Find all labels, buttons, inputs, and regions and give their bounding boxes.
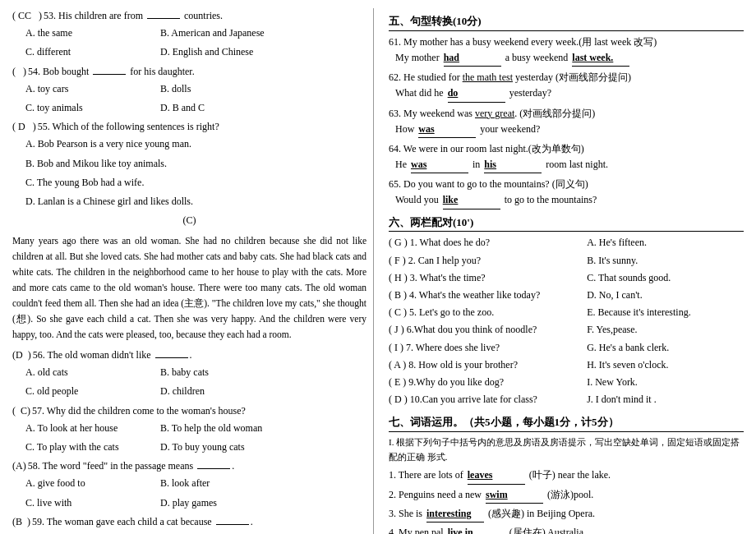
fill-section: 1. There are lots of leaves (叶子) near th… [389, 467, 744, 534]
match-item-1: ( G ) 1. What does he do? [389, 235, 580, 251]
question-57: ( C) 57. Why did the children come to th… [12, 403, 366, 456]
fill-2: 2. Penguins need a new swim (游泳)pool. [389, 487, 744, 504]
q55-options: A. Bob Pearson is a very nice young man.… [25, 136, 366, 209]
q53-optB: B. American and Japanese [160, 25, 292, 41]
q56-bracket: (D ) [12, 348, 31, 363]
q63-blank1: was [418, 122, 476, 138]
question-59: (B ) 59. The woman gave each child a cat… [12, 514, 366, 534]
q62-prompt: 62. He studied for the math test yesterd… [389, 70, 744, 85]
q55-optA: A. Bob Pearson is a very nice young man. [25, 136, 366, 152]
match-right-B: B. It's sunny. [587, 253, 744, 269]
match-right-J: J. I don't mind it . [587, 392, 744, 407]
q57-optA: A. To look at her house [25, 421, 157, 436]
q64-prompt: 64. We were in our room last night.(改为单数… [389, 141, 744, 157]
q56-optC: C. old people [25, 384, 157, 399]
q53-bracket: ( CC ) [12, 8, 42, 24]
q53-text: 53. His children are from countries. [44, 8, 223, 24]
q53-optC: C. different [25, 44, 157, 60]
q57-optC: C. To play with the cats [25, 440, 157, 455]
q56-options: A. old cats B. baby cats C. old people D… [25, 365, 366, 399]
q65-prompt: 65. Do you want to go to the mountains? … [389, 177, 744, 192]
section7-title: 七、词语运用。（共5小题，每小题1分，计5分） [389, 414, 744, 432]
fill-blank-4: live in [448, 525, 505, 534]
q58-bracket: (A) [12, 458, 26, 474]
q54-text: 54. Bob bought for his daughter. [28, 64, 195, 80]
q61-prompt: 61. My mother has a busy weekend every w… [389, 35, 744, 50]
q56-optD: D. children [160, 384, 292, 399]
q63-answer: How was your weekend? [395, 122, 744, 138]
q55-text: 55. Which of the following sentences is … [38, 119, 219, 135]
reading-passage: Many years ago there was an old woman. S… [12, 233, 366, 343]
match-item-2: ( F ) 2. Can I help you? [389, 253, 580, 269]
q56-optB: B. baby cats [160, 365, 292, 380]
q58-optB: B. look after [160, 476, 292, 491]
q65-answer: Would you like to go to the mountains? [395, 192, 744, 209]
q58-options: A. give food to B. look after C. live wi… [25, 476, 366, 510]
q61-answer: My mother had a busy weekend last week. [395, 50, 744, 67]
question-56: (D ) 56. The old woman didn't like . A. … [12, 348, 366, 400]
q57-bracket: ( C) [12, 403, 30, 419]
match-item-4: ( B ) 4. What's the weather like today? [389, 288, 580, 303]
match-item-9: ( E ) 9.Why do you like dog? [389, 375, 580, 390]
q61-blank2: last week. [572, 50, 629, 67]
fill-4: 4. My pen pal live in (居住在) Australia. [389, 525, 744, 534]
q58-text: 58. The word "feed" in the passage means… [28, 458, 235, 474]
question-58: (A) 58. The word "feed" in the passage m… [12, 458, 366, 511]
q54-options: A. toy cars B. dolls C. toy animals D. B… [25, 81, 366, 116]
q54-optA: A. toy cars [25, 81, 157, 97]
q57-optD: D. To buy young cats [160, 440, 292, 455]
question-63: 63. My weekend was very great. (对画线部分提问)… [389, 106, 744, 138]
section-c-label: (C) [12, 213, 366, 228]
q57-text: 57. Why did the children come to the wom… [32, 403, 246, 419]
fill-blank-1: leaves [468, 467, 525, 484]
q54-optD: D. B and C [160, 100, 292, 116]
q59-bracket: (B ) [12, 514, 30, 530]
q63-prompt: 63. My weekend was very great. (对画线部分提问) [389, 106, 744, 122]
q59-blank [216, 524, 249, 525]
section6-title: 六、两栏配对(10') [389, 214, 744, 232]
q53-blank [147, 18, 180, 19]
q54-bracket: ( ) [12, 64, 26, 80]
q53-options: A. the same B. American and Japanese C. … [25, 25, 366, 60]
q54-optC: C. toy animals [25, 100, 157, 116]
match-item-6: ( J ) 6.What dou you think of noodle? [389, 322, 580, 338]
q58-optC: C. live with [25, 495, 157, 511]
left-column: ( CC ) 53. His children are from countri… [12, 8, 374, 534]
q54-optB: B. dolls [160, 81, 292, 97]
q62-blank1: do [448, 85, 505, 102]
match-item-8: ( A ) 8. How old is your brother? [389, 357, 580, 373]
matching-section: ( G ) 1. What does he do? ( F ) 2. Can I… [389, 235, 744, 409]
match-right: A. He's fifteen. B. It's sunny. C. That … [587, 235, 744, 409]
q59-text: 59. The woman gave each child a cat beca… [32, 514, 253, 530]
q65-blank1: like [443, 192, 500, 209]
q58-optD: D. play games [160, 495, 292, 511]
match-right-H: H. It's seven o'clock. [587, 357, 744, 373]
q61-blank1: had [444, 50, 501, 67]
right-column: 五、句型转换(10分) 61. My mother has a busy wee… [382, 8, 744, 534]
question-61: 61. My mother has a busy weekend every w… [389, 35, 744, 67]
match-left: ( G ) 1. What does he do? ( F ) 2. Can I… [389, 235, 580, 409]
q62-answer: What did he do yesterday? [395, 85, 744, 102]
q56-optA: A. old cats [25, 365, 157, 380]
q56-text: 56. The old woman didn't like . [33, 348, 192, 363]
question-64: 64. We were in our room last night.(改为单数… [389, 141, 744, 173]
question-54: ( ) 54. Bob bought for his daughter. A. … [12, 64, 366, 117]
fill-blank-2: swim [486, 487, 543, 504]
match-item-7: ( I ) 7. Where does she live? [389, 340, 580, 356]
q55-optC: C. The young Bob had a wife. [25, 175, 366, 191]
q56-blank [155, 357, 188, 358]
fill-3: 3. She is interesting (感兴趣) in Beijing O… [389, 506, 744, 522]
question-55: ( D ) 55. Which of the following sentenc… [12, 119, 366, 209]
fill-blank-3: interesting [426, 506, 484, 522]
q53-optD: D. English and Chinese [160, 44, 292, 60]
q53-optA: A. the same [25, 25, 157, 41]
q58-optA: A. give food to [25, 476, 157, 491]
question-62: 62. He studied for the math test yesterd… [389, 70, 744, 102]
section7-sub1-desc: I. 根据下列句子中括号内的意思及房语及房语提示，写出空缺处单词，固定短语或固定… [389, 435, 744, 464]
q64-answer: He was in his room last night. [395, 157, 744, 173]
match-right-E: E. Because it's interesting. [587, 305, 744, 320]
match-right-C: C. That sounds good. [587, 270, 744, 286]
q55-optB: B. Bob and Mikou like toy animals. [25, 156, 366, 172]
match-right-D: D. No, I can't. [587, 288, 744, 303]
section5-title: 五、句型转换(10分) [389, 13, 744, 31]
